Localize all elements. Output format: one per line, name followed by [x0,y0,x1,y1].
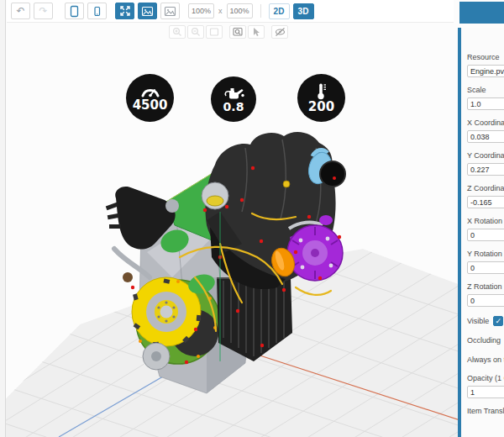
resource-input[interactable] [467,65,504,77]
select-button[interactable] [248,25,265,39]
z-rotation-label: Z Rotation [467,282,504,291]
alternator [287,215,343,281]
gauge-icon [139,84,161,98]
left-rail [0,0,6,437]
undo-icon: ↶ [16,5,24,17]
expand-canvas-button[interactable] [115,3,134,19]
rpm-value: 4500 [133,99,168,112]
undo-button[interactable]: ↶ [11,3,30,19]
occluding-label: Occluding [467,336,501,345]
canvas-height-input[interactable] [227,3,253,18]
zoom-out-icon [191,27,201,37]
select-icon [251,27,261,37]
always-on-top-label: Always on top [467,355,504,364]
x-coordinate-input[interactable] [467,130,504,143]
rpm-badge: 4500 [126,74,174,122]
opacity-input[interactable] [467,386,504,398]
toolbar-divider [260,4,261,18]
snapshot-button[interactable] [160,3,180,19]
y-coordinate-input[interactable] [467,163,504,176]
canvas-width-input[interactable] [188,3,214,18]
temperature-badge: 200 [297,74,345,122]
zoom-out-button[interactable] [187,25,204,39]
throttle-body [202,182,228,209]
visible-checkbox[interactable] [493,316,503,326]
oil-value: 0.8 [223,101,244,113]
z-coordinate-label: Z Coordinate [467,184,504,192]
hide-button[interactable] [271,25,288,39]
oil-badge: 0.8 [211,76,256,122]
x-rotation-label: X Rotation [467,217,504,225]
zoom-region-button[interactable] [229,25,246,39]
phone-view-button[interactable] [87,3,107,19]
z-coordinate-input[interactable] [467,196,504,208]
y-rotation-input[interactable] [467,261,504,274]
truncated-property-label: Item Transl [467,407,504,415]
fit-view-button[interactable] [206,25,223,39]
tablet-view-button[interactable] [65,3,84,19]
dimension-separator: x [218,7,223,15]
scale-input[interactable] [467,97,504,110]
x-coordinate-label: X Coordinate [467,118,504,127]
redo-icon: ↷ [39,5,47,17]
redo-button[interactable]: ↷ [34,3,53,19]
tablet-icon [68,5,81,18]
image-mode-button[interactable] [138,3,157,19]
properties-sidebar: Resource Scale X Coordinate Y Coordinate… [458,0,504,437]
properties-panel: Resource Scale X Coordinate Y Coordinate… [458,28,504,437]
sidebar-header [459,2,504,24]
fit-view-icon [209,27,219,37]
resource-label: Resource [467,53,504,61]
x-rotation-input[interactable] [467,229,504,241]
opacity-label: Opacity (1 Opa [467,374,504,382]
mode-2d-button[interactable]: 2D [269,3,290,19]
zoom-in-button[interactable] [169,25,186,39]
canvas-toolbar [169,25,288,39]
z-rotation-input[interactable] [467,294,504,307]
3d-viewport[interactable] [0,0,504,437]
image-icon [141,6,154,17]
y-rotation-label: Y Rotation [467,250,504,258]
zoom-in-icon [172,27,182,37]
oil-can-icon [223,86,244,100]
expand-icon [119,5,131,17]
scale-label: Scale [467,86,504,94]
main-toolbar: ↶ ↷ x 2D 3D [7,0,454,23]
hide-icon [275,27,286,37]
app-window: ↶ ↷ x 2D 3D [0,0,504,437]
zoom-region-icon [233,27,243,37]
visible-label: Visible [467,317,489,325]
phone-icon [91,5,103,18]
temperature-value: 200 [308,101,334,113]
thermometer-icon [316,82,328,100]
y-coordinate-label: Y Coordinate [467,151,504,160]
mode-3d-button[interactable]: 3D [293,3,314,19]
snapshot-icon [164,6,176,17]
